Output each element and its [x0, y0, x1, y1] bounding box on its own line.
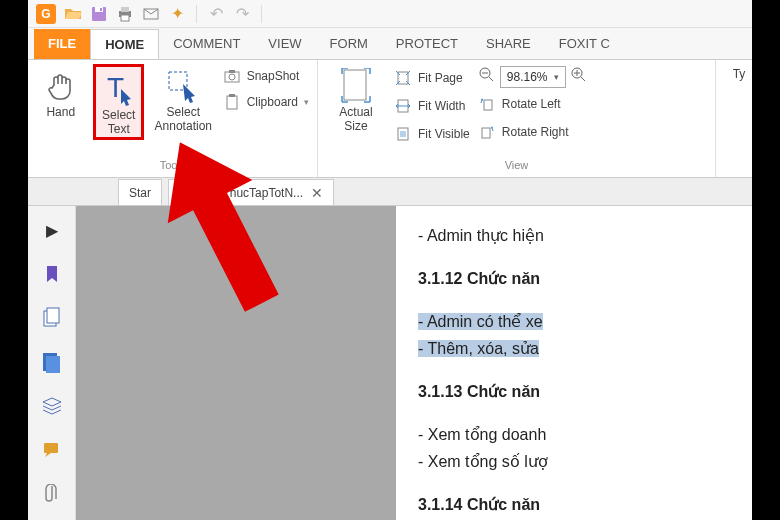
page-icon: [338, 68, 374, 104]
svg-rect-18: [400, 131, 406, 137]
tab-comment[interactable]: COMMENT: [159, 29, 254, 59]
rotate-right-icon: [478, 123, 496, 141]
layers-icon[interactable]: [38, 392, 66, 420]
svg-rect-11: [229, 70, 235, 73]
tab-share[interactable]: SHARE: [472, 29, 545, 59]
page-line: - Admin thực hiện: [418, 226, 730, 245]
ribbon-tabs: FILE HOME COMMENT VIEW FORM PROTECT SHAR…: [28, 28, 752, 60]
redo-icon[interactable]: ↷: [233, 5, 251, 23]
svg-rect-2: [100, 8, 102, 11]
print-icon[interactable]: [116, 5, 134, 23]
rotate-left-label: Rotate Left: [502, 97, 561, 111]
comments-icon[interactable]: [38, 436, 66, 464]
page-heading: 3.1.13 Chức năn: [418, 382, 730, 401]
undo-icon[interactable]: ↶: [207, 5, 225, 23]
zoom-out-icon[interactable]: [478, 66, 496, 88]
page-heading: 3.1.12 Chức năn: [418, 269, 730, 288]
ribbon: Hand T Select Text Select Annotation Sna…: [28, 60, 752, 178]
svg-rect-5: [121, 15, 129, 21]
rotate-left-icon: [478, 95, 496, 113]
app-icon: G: [36, 4, 56, 24]
fit-visible-icon: [394, 125, 412, 143]
doc-tab-start-label: Star: [129, 186, 151, 200]
nav-pane: ▶: [28, 206, 76, 520]
pdf-page: - Admin thực hiện 3.1.12 Chức năn - Admi…: [396, 206, 752, 520]
typewriter-label: Ty: [733, 68, 746, 82]
svg-rect-21: [484, 100, 492, 110]
attachments-icon[interactable]: [38, 480, 66, 508]
zoom-value: 98.16%: [507, 70, 548, 84]
svg-rect-26: [46, 356, 60, 373]
close-icon[interactable]: ✕: [311, 185, 323, 201]
chevron-down-icon: ▾: [554, 72, 559, 82]
doc-tab-baocao[interactable]: BaoCaoThucTapTotN... ✕: [168, 179, 334, 205]
doc-tab-baocao-label: BaoCaoThucTapTotN...: [179, 186, 303, 200]
svg-point-10: [229, 74, 235, 80]
tab-foxit-cloud[interactable]: FOXIT C: [545, 29, 624, 59]
hand-icon: [43, 68, 79, 104]
tab-form[interactable]: FORM: [316, 29, 382, 59]
snapshot-label: SnapShot: [247, 69, 300, 83]
save-icon[interactable]: [90, 5, 108, 23]
fit-visible-label: Fit Visible: [418, 127, 470, 141]
view-group-label: View: [326, 159, 707, 173]
rotate-left-button[interactable]: Rotate Left: [478, 92, 588, 116]
fit-visible-button[interactable]: Fit Visible: [394, 122, 470, 146]
svg-rect-27: [44, 443, 58, 453]
chevron-down-icon: ▾: [304, 97, 309, 107]
select-annotation-button[interactable]: Select Annotation: [152, 64, 215, 140]
hand-label: Hand: [46, 106, 75, 120]
page-line: - Thêm, xóa, sửa: [418, 339, 730, 358]
fit-width-icon: [394, 97, 412, 115]
tab-home[interactable]: HOME: [90, 29, 159, 59]
tools-group-label: Tools: [36, 159, 309, 173]
fit-page-icon: [394, 69, 412, 87]
fit-page-button[interactable]: Fit Page: [394, 66, 470, 90]
quick-access-toolbar: G ✦ ↶ ↷: [28, 0, 752, 28]
new-icon[interactable]: ✦: [168, 5, 186, 23]
actual-size-label: Actual Size: [339, 106, 372, 134]
select-annotation-label: Select Annotation: [155, 106, 212, 134]
fit-page-label: Fit Page: [418, 71, 463, 85]
email-icon[interactable]: [142, 5, 160, 23]
document-viewport[interactable]: - Admin thực hiện 3.1.12 Chức năn - Admi…: [76, 206, 752, 520]
pages-icon[interactable]: [38, 304, 66, 332]
bookmark-icon[interactable]: [38, 260, 66, 288]
typewriter-button[interactable]: Ty: [724, 64, 752, 82]
svg-rect-24: [47, 308, 59, 323]
document-tabs: Star BaoCaoThucTapTotN... ✕: [28, 178, 752, 206]
thumbnails-icon[interactable]: [38, 348, 66, 376]
zoom-combo[interactable]: 98.16%▾: [500, 66, 566, 88]
fit-width-button[interactable]: Fit Width: [394, 94, 470, 118]
select-text-button[interactable]: T Select Text: [93, 64, 144, 140]
tab-view[interactable]: VIEW: [254, 29, 315, 59]
page-line: - Xem tổng doanh: [418, 425, 730, 444]
clipboard-icon: [223, 93, 241, 111]
tab-protect[interactable]: PROTECT: [382, 29, 472, 59]
page-heading: 3.1.14 Chức năn: [418, 495, 730, 514]
clipboard-label: Clipboard: [247, 95, 298, 109]
tab-file[interactable]: FILE: [34, 29, 90, 59]
page-line: - Admin có thể xe: [418, 312, 730, 331]
select-annotation-icon: [165, 68, 201, 104]
rotate-right-label: Rotate Right: [502, 125, 569, 139]
camera-icon: [223, 67, 241, 85]
svg-rect-22: [482, 128, 490, 138]
svg-rect-13: [229, 94, 235, 97]
select-text-icon: T: [101, 71, 137, 107]
fit-width-label: Fit Width: [418, 99, 465, 113]
svg-rect-4: [121, 7, 129, 12]
page-line: - Xem tổng số lượ: [418, 452, 730, 471]
select-text-label: Select Text: [102, 109, 135, 137]
clipboard-button[interactable]: Clipboard ▾: [223, 90, 309, 114]
expand-icon[interactable]: ▶: [38, 216, 66, 244]
open-icon[interactable]: [64, 5, 82, 23]
rotate-right-button[interactable]: Rotate Right: [478, 120, 588, 144]
doc-tab-start[interactable]: Star: [118, 179, 162, 205]
svg-rect-12: [227, 96, 237, 109]
actual-size-button[interactable]: Actual Size: [326, 64, 386, 134]
zoom-in-icon[interactable]: [570, 66, 588, 88]
hand-button[interactable]: Hand: [36, 64, 85, 140]
snapshot-button[interactable]: SnapShot: [223, 64, 309, 88]
svg-rect-14: [344, 70, 366, 100]
